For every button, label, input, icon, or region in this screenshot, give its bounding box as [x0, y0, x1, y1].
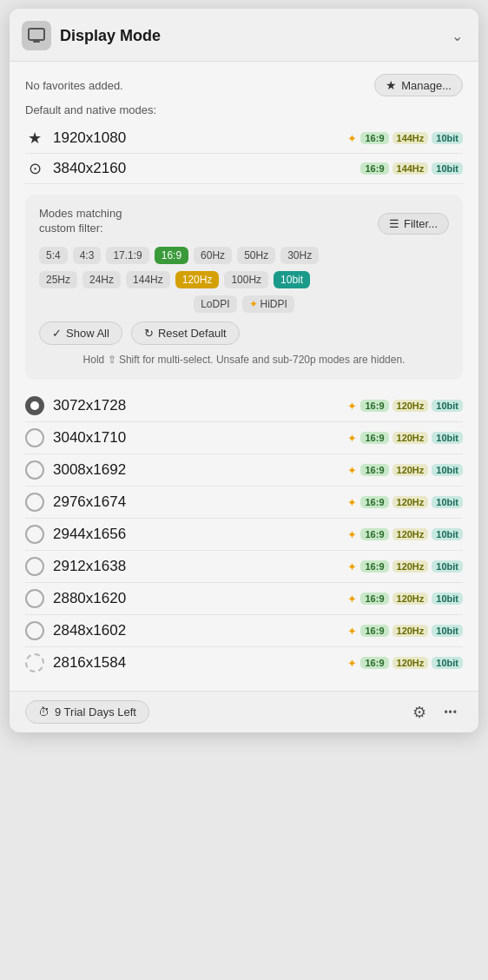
default-mode-row-0[interactable]: ★ 1920x1080 ✦ 16:9 144Hz 10bit — [25, 123, 463, 154]
ftag-100hz[interactable]: 100Hz — [224, 271, 268, 288]
svg-rect-0 — [29, 29, 44, 40]
ftag-144hz[interactable]: 144Hz — [126, 271, 170, 288]
sparkle-list-icon-7: ✦ — [347, 625, 357, 638]
filter-button[interactable]: ☰ Filter... — [378, 213, 449, 235]
ftag-4-3[interactable]: 4:3 — [73, 247, 102, 264]
ftag-120hz[interactable]: 120Hz — [175, 271, 220, 288]
sparkle-icon-0: ✦ — [347, 132, 357, 145]
radio-1[interactable] — [25, 428, 44, 447]
trial-button[interactable]: ⏱ 9 Trial Days Left — [25, 700, 149, 724]
default-modes-label: Default and native modes: — [25, 103, 463, 116]
radio-8[interactable] — [25, 653, 44, 672]
ftag-10bit[interactable]: 10bit — [274, 271, 310, 288]
radio-4[interactable] — [25, 525, 44, 544]
modes-label-row: Modes matching custom filter: ☰ Filter..… — [39, 207, 449, 240]
resolution-list-item-0[interactable]: 3072x1728✦16:9120Hz10bit — [25, 390, 463, 422]
resolution-name-0: 1920x1080 — [53, 129, 347, 147]
ftag-60hz[interactable]: 60Hz — [194, 247, 232, 264]
reset-default-button[interactable]: ↻ Reset Default — [131, 321, 240, 345]
list-hz-tag-8: 120Hz — [392, 657, 429, 669]
default-mode-row-1[interactable]: ⊙ 3840x2160 16:9 144Hz 10bit — [25, 154, 463, 184]
res-tags-8: ✦16:9120Hz10bit — [347, 657, 463, 670]
res-tags-0: ✦16:9120Hz10bit — [347, 400, 463, 413]
resolution-list-item-4[interactable]: 2944x1656✦16:9120Hz10bit — [25, 519, 463, 551]
list-ratio-tag-1: 16:9 — [360, 432, 388, 444]
modes-matching-label: Modes matching custom filter: — [39, 207, 122, 240]
list-bit-tag-7: 10bit — [432, 625, 463, 637]
gear-button[interactable]: ⚙ — [407, 701, 432, 724]
res-name-6: 2880x1620 — [53, 590, 347, 607]
resolution-tags-1: 16:9 144Hz 10bit — [360, 162, 463, 175]
panel-content: No favorites added. ★ Manage... Default … — [10, 62, 478, 691]
no-favorites-row: No favorites added. ★ Manage... — [25, 74, 463, 96]
list-bit-tag-1: 10bit — [432, 432, 463, 444]
chevron-down-icon[interactable]: ⌄ — [452, 28, 463, 44]
radio-6[interactable] — [25, 589, 44, 608]
list-bit-tag-2: 10bit — [432, 464, 463, 476]
display-mode-panel: Display Mode ⌄ No favorites added. ★ Man… — [10, 9, 478, 732]
resolution-list-item-6[interactable]: 2880x1620✦16:9120Hz10bit — [25, 583, 463, 615]
ftag-50hz[interactable]: 50Hz — [237, 247, 275, 264]
list-hz-tag-0: 120Hz — [392, 400, 429, 412]
resolution-list-item-2[interactable]: 3008x1692✦16:9120Hz10bit — [25, 454, 463, 487]
reset-label: Reset Default — [158, 327, 227, 340]
sparkle-list-icon-5: ✦ — [347, 560, 357, 573]
resolution-list-item-5[interactable]: 2912x1638✦16:9120Hz10bit — [25, 551, 463, 583]
list-bit-tag-3: 10bit — [432, 496, 463, 508]
radio-0[interactable] — [25, 396, 44, 415]
res-name-4: 2944x1656 — [53, 526, 347, 543]
radio-2[interactable] — [25, 460, 44, 480]
list-bit-tag-8: 10bit — [432, 657, 463, 669]
ftag-25hz[interactable]: 25Hz — [39, 271, 77, 288]
radio-5[interactable] — [25, 557, 44, 576]
filter-action-buttons: ✓ Show All ↻ Reset Default — [39, 321, 449, 345]
trial-label: 9 Trial Days Left — [55, 705, 136, 718]
filter-tags-row-2: 25Hz 24Hz 144Hz 120Hz 100Hz 10bit — [39, 271, 449, 288]
footer-icons: ⚙ ••• — [407, 701, 463, 724]
res-tags-3: ✦16:9120Hz10bit — [347, 496, 463, 509]
ratio-tag-0: 16:9 — [360, 132, 388, 144]
res-tags-5: ✦16:9120Hz10bit — [347, 560, 463, 573]
ftag-16-9[interactable]: 16:9 — [155, 247, 188, 264]
res-name-8: 2816x1584 — [53, 654, 347, 672]
ftag-lodpi[interactable]: LoDPI — [194, 295, 236, 313]
list-ratio-tag-5: 16:9 — [360, 560, 388, 573]
show-all-label: Show All — [66, 327, 109, 340]
radio-3[interactable] — [25, 493, 44, 512]
filter-label: Filter... — [404, 217, 438, 230]
resolution-list-item-3[interactable]: 2976x1674✦16:9120Hz10bit — [25, 487, 463, 519]
header-left: Display Mode — [22, 21, 161, 50]
res-tags-6: ✦16:9120Hz10bit — [347, 593, 463, 606]
resolution-list-item-8[interactable]: 2816x1584✦16:9120Hz10bit — [25, 647, 463, 679]
more-button[interactable]: ••• — [439, 701, 463, 724]
res-name-0: 3072x1728 — [53, 397, 347, 414]
res-tags-2: ✦16:9120Hz10bit — [347, 464, 463, 477]
list-ratio-tag-2: 16:9 — [360, 464, 388, 476]
no-favorites-text: No favorites added. — [25, 79, 123, 92]
ftag-5-4[interactable]: 5:4 — [39, 247, 68, 264]
resolution-list-item-1[interactable]: 3040x1710✦16:9120Hz10bit — [25, 422, 463, 454]
res-name-1: 3040x1710 — [53, 429, 347, 447]
sparkle-list-icon-3: ✦ — [347, 496, 357, 509]
list-hz-tag-5: 120Hz — [392, 560, 429, 573]
ftag-24hz[interactable]: 24Hz — [82, 271, 121, 288]
ftag-17-1-9[interactable]: 17.1:9 — [106, 247, 148, 264]
resolution-list-item-7[interactable]: 2848x1602✦16:9120Hz10bit — [25, 615, 463, 647]
res-tags-4: ✦16:9120Hz10bit — [347, 528, 463, 541]
bit-tag-1: 10bit — [432, 162, 463, 175]
sparkle-list-icon-4: ✦ — [347, 528, 357, 541]
filter-tags-row-1: 5:4 4:3 17.1:9 16:9 60Hz 50Hz 30Hz — [39, 247, 449, 264]
filter-icon: ☰ — [389, 217, 399, 230]
reset-icon: ↻ — [144, 327, 154, 340]
filter-section: Modes matching custom filter: ☰ Filter..… — [25, 195, 463, 380]
radio-7[interactable] — [25, 621, 44, 640]
show-all-button[interactable]: ✓ Show All — [39, 321, 122, 345]
ftag-hidpi[interactable]: ✦HiDPI — [242, 295, 294, 313]
star-filled-icon: ★ — [25, 129, 44, 148]
ftag-30hz[interactable]: 30Hz — [280, 247, 319, 264]
res-name-7: 2848x1602 — [53, 622, 347, 639]
list-ratio-tag-3: 16:9 — [360, 496, 388, 508]
manage-button[interactable]: ★ Manage... — [374, 74, 463, 96]
ratio-tag-1: 16:9 — [360, 162, 388, 175]
modes-label-line2: custom filter: — [39, 222, 122, 235]
